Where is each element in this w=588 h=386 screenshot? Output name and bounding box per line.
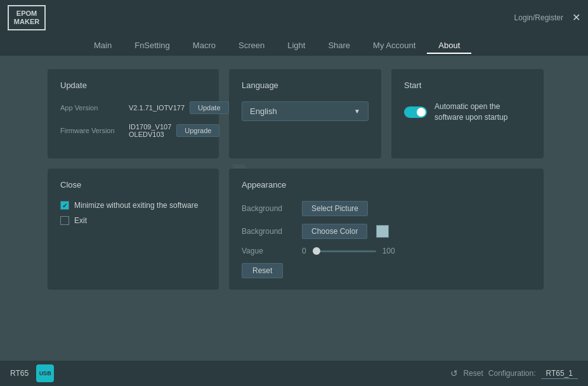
minimize-row: ✓ Minimize without exiting the software xyxy=(60,201,206,210)
config-value: RT65_1 xyxy=(541,368,578,379)
exit-row: Exit xyxy=(60,216,206,225)
login-register-link[interactable]: Login/Register xyxy=(514,13,563,22)
minimize-label: Minimize without exiting the software xyxy=(74,201,198,210)
status-right: ↺ Reset Configuration: RT65_1 xyxy=(450,368,578,379)
vague-label: Vague xyxy=(242,247,296,255)
toggle-knob xyxy=(417,108,426,117)
auto-startup-toggle[interactable] xyxy=(404,106,427,118)
select-picture-button[interactable]: Select Picture xyxy=(302,201,368,216)
reset-row: Reset xyxy=(242,263,531,278)
appearance-card: Appearance Background Select Picture Bac… xyxy=(229,169,544,290)
device-name: RT65 xyxy=(10,369,29,378)
upgrade-button[interactable]: Upgrade xyxy=(176,124,219,137)
auto-startup-row: Automatic open the software upon startup xyxy=(404,101,531,123)
status-bar: RT65 USB ↺ Reset Configuration: RT65_1 xyxy=(0,361,588,386)
language-select-value: English xyxy=(250,106,354,116)
firmware-version-value: ID1709_V107 OLEDV103 xyxy=(129,123,171,138)
start-card: Start Automatic open the software upon s… xyxy=(391,69,544,158)
exit-label: Exit xyxy=(74,216,87,225)
app-version-row: App Version V2.1.71_IOTV177 Update xyxy=(60,101,206,114)
update-card: Update App Version V2.1.71_IOTV177 Updat… xyxy=(48,69,219,158)
logo-line2: MAKER xyxy=(14,18,39,25)
main-content: Update App Version V2.1.71_IOTV177 Updat… xyxy=(0,56,588,302)
nav-item-myaccount[interactable]: My Account xyxy=(362,37,427,54)
close-card-title: Close xyxy=(60,180,206,190)
title-right: Login/Register ✕ xyxy=(514,11,580,23)
choose-color-button[interactable]: Choose Color xyxy=(302,224,367,239)
appearance-card-title: Appearance xyxy=(242,180,531,190)
nav-item-fnsetting[interactable]: FnSetting xyxy=(123,37,181,54)
update-button[interactable]: Update xyxy=(190,101,228,114)
color-swatch[interactable] xyxy=(376,225,389,238)
app-version-label: App Version xyxy=(60,104,124,112)
logo: EPOM MAKER xyxy=(8,5,46,30)
bg-picture-label: Background xyxy=(242,204,296,213)
bg-color-label: Background xyxy=(242,227,296,236)
language-select[interactable]: English ▼ xyxy=(242,101,369,121)
vague-max: 100 xyxy=(382,247,395,255)
nav-item-about[interactable]: About xyxy=(427,37,471,54)
close-button[interactable]: ✕ xyxy=(572,11,580,23)
status-reset-label: Reset xyxy=(463,369,483,378)
vague-slider[interactable] xyxy=(313,250,376,252)
auto-startup-label: Automatic open the software upon startup xyxy=(434,101,523,123)
nav-item-macro[interactable]: Macro xyxy=(181,37,227,54)
language-card: Language English ▼ xyxy=(229,69,381,158)
nav-item-main[interactable]: Main xyxy=(82,37,123,54)
reset-button[interactable]: Reset xyxy=(242,263,283,278)
nav-item-screen[interactable]: Screen xyxy=(227,37,276,54)
vague-row: Vague 0 100 xyxy=(242,247,531,255)
reset-icon[interactable]: ↺ xyxy=(450,368,458,378)
bg-picture-row: Background Select Picture xyxy=(242,201,531,216)
firmware-version-row: Firmware Version ID1709_V107 OLEDV103 Up… xyxy=(60,123,206,138)
start-card-title: Start xyxy=(404,80,531,90)
chevron-down-icon: ▼ xyxy=(354,108,360,115)
logo-line1: EPOM xyxy=(16,10,37,17)
bg-color-row: Background Choose Color xyxy=(242,224,531,239)
vague-min: 0 xyxy=(302,247,306,255)
minimize-checkbox[interactable]: ✓ xyxy=(60,201,69,210)
title-bar: EPOM MAKER Login/Register ✕ xyxy=(0,0,588,35)
close-card: Close ✓ Minimize without exiting the sof… xyxy=(48,169,219,290)
firmware-version-label: Firmware Version xyxy=(60,127,124,134)
usb-icon: USB xyxy=(36,364,54,382)
update-card-title: Update xyxy=(60,80,206,90)
nav-item-light[interactable]: Light xyxy=(276,37,317,54)
nav-bar: Main FnSetting Macro Screen Light Share … xyxy=(0,35,588,56)
config-label: Configuration: xyxy=(488,369,536,378)
exit-checkbox[interactable] xyxy=(60,216,69,225)
nav-item-share[interactable]: Share xyxy=(317,37,362,54)
app-version-value: V2.1.71_IOTV177 xyxy=(129,104,185,112)
language-card-title: Language xyxy=(242,80,369,90)
